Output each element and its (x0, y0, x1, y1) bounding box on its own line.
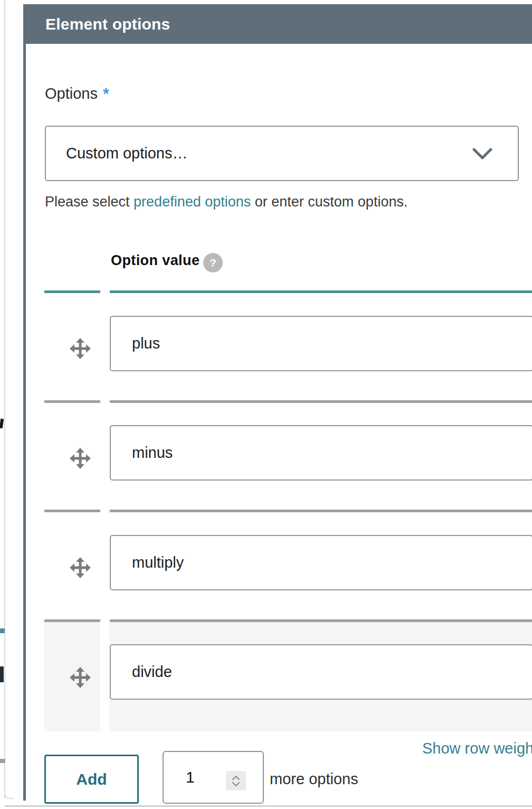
options-type-select[interactable]: Custom options… (45, 126, 519, 181)
option-value-input[interactable] (110, 425, 532, 481)
option-value-input[interactable] (110, 316, 532, 371)
description-text: or enter custom options. (251, 194, 407, 210)
dialog-title: Element options (23, 4, 532, 44)
number-stepper[interactable] (226, 771, 246, 791)
options-description: Please select predefined options or ente… (45, 194, 407, 210)
show-row-weights-link[interactable]: Show row weights (422, 740, 532, 757)
options-type-select-value: Custom options… (66, 127, 188, 180)
page-bottom-divider (5, 805, 532, 807)
add-button[interactable]: Add (44, 755, 139, 804)
chevron-down-icon (472, 148, 492, 163)
background-artifact (0, 666, 4, 682)
stepper-down-icon (232, 782, 240, 787)
option-value-column-header: Option value (111, 252, 200, 269)
predefined-options-link[interactable]: predefined options (134, 194, 251, 210)
stepper-up-icon (232, 775, 240, 780)
background-artifact (0, 628, 5, 633)
description-text: Please select (45, 194, 134, 210)
option-value-input[interactable] (110, 535, 532, 590)
more-options-label: more options (270, 770, 358, 788)
background-artifact (0, 759, 5, 763)
drag-handle-icon[interactable] (70, 557, 91, 578)
drag-handle-icon[interactable] (70, 448, 91, 469)
background-artifact (0, 419, 4, 429)
drag-handle-icon[interactable] (70, 667, 91, 688)
background-panel-border (4, 0, 5, 798)
required-marker: * (103, 84, 109, 102)
background-panel-corner (4, 789, 14, 799)
option-value-input[interactable] (110, 644, 532, 700)
options-field-label: Options* (45, 84, 109, 102)
more-options-count-input[interactable] (164, 752, 222, 803)
help-icon[interactable]: ? (203, 253, 223, 272)
options-label-text: Options (45, 85, 98, 102)
dialog-screen: Element options Options* Custom options…… (0, 0, 532, 809)
more-options-number-field (163, 751, 264, 804)
drag-handle-icon[interactable] (70, 338, 91, 359)
dialog-left-border (23, 4, 26, 801)
